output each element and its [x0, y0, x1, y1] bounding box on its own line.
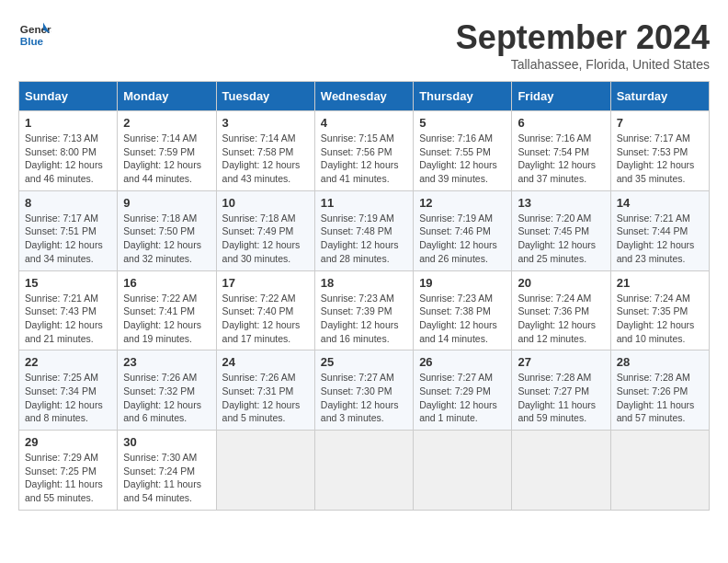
- cell-4-4: [414, 431, 512, 511]
- header-wednesday: Wednesday: [314, 82, 413, 111]
- header-sunday: Sunday: [19, 82, 118, 111]
- week-row-3: 15Sunrise: 7:21 AM Sunset: 7:43 PM Dayli…: [19, 270, 710, 350]
- week-row-1: 1Sunrise: 7:13 AM Sunset: 8:00 PM Daylig…: [19, 111, 710, 191]
- day-detail: Sunrise: 7:15 AM Sunset: 7:56 PM Dayligh…: [321, 132, 399, 184]
- cell-4-2: [216, 431, 314, 511]
- day-detail: Sunrise: 7:18 AM Sunset: 7:49 PM Dayligh…: [222, 213, 301, 264]
- day-detail: Sunrise: 7:28 AM Sunset: 7:27 PM Dayligh…: [518, 372, 596, 423]
- day-detail: Sunrise: 7:14 AM Sunset: 7:58 PM Dayligh…: [222, 132, 301, 184]
- day-detail: Sunrise: 7:24 AM Sunset: 7:35 PM Dayligh…: [617, 293, 695, 344]
- day-number: 14: [617, 196, 703, 210]
- day-detail: Sunrise: 7:27 AM Sunset: 7:30 PM Dayligh…: [321, 372, 399, 423]
- cell-4-6: [610, 431, 709, 511]
- cell-2-0: 15Sunrise: 7:21 AM Sunset: 7:43 PM Dayli…: [19, 270, 118, 350]
- day-number: 24: [222, 355, 309, 369]
- day-number: 3: [222, 116, 309, 130]
- cell-1-2: 10Sunrise: 7:18 AM Sunset: 7:49 PM Dayli…: [216, 190, 314, 270]
- header-tuesday: Tuesday: [216, 82, 314, 111]
- day-number: 11: [321, 196, 407, 210]
- day-number: 6: [518, 116, 604, 130]
- cell-3-4: 26Sunrise: 7:27 AM Sunset: 7:29 PM Dayli…: [414, 350, 512, 431]
- day-number: 15: [25, 276, 111, 290]
- cell-1-3: 11Sunrise: 7:19 AM Sunset: 7:48 PM Dayli…: [314, 190, 413, 270]
- day-number: 9: [123, 196, 210, 210]
- cell-3-5: 27Sunrise: 7:28 AM Sunset: 7:27 PM Dayli…: [512, 350, 610, 431]
- svg-text:Blue: Blue: [20, 35, 44, 47]
- cell-2-1: 16Sunrise: 7:22 AM Sunset: 7:41 PM Dayli…: [118, 270, 216, 350]
- header-saturday: Saturday: [610, 82, 709, 111]
- day-detail: Sunrise: 7:16 AM Sunset: 7:54 PM Dayligh…: [518, 132, 596, 184]
- day-number: 17: [222, 276, 309, 290]
- cell-1-4: 12Sunrise: 7:19 AM Sunset: 7:46 PM Dayli…: [414, 190, 512, 270]
- day-detail: Sunrise: 7:22 AM Sunset: 7:41 PM Dayligh…: [123, 293, 201, 344]
- cell-2-4: 19Sunrise: 7:23 AM Sunset: 7:38 PM Dayli…: [414, 270, 512, 350]
- cell-4-0: 29Sunrise: 7:29 AM Sunset: 7:25 PM Dayli…: [19, 431, 118, 511]
- day-detail: Sunrise: 7:26 AM Sunset: 7:32 PM Dayligh…: [123, 372, 201, 423]
- cell-0-5: 6Sunrise: 7:16 AM Sunset: 7:54 PM Daylig…: [512, 111, 610, 191]
- day-detail: Sunrise: 7:26 AM Sunset: 7:31 PM Dayligh…: [222, 372, 301, 423]
- cell-2-6: 21Sunrise: 7:24 AM Sunset: 7:35 PM Dayli…: [610, 270, 709, 350]
- location-title: Tallahassee, Florida, United States: [456, 57, 710, 72]
- title-section: September 2024 Tallahassee, Florida, Uni…: [456, 18, 710, 72]
- cell-2-5: 20Sunrise: 7:24 AM Sunset: 7:36 PM Dayli…: [512, 270, 610, 350]
- day-detail: Sunrise: 7:23 AM Sunset: 7:38 PM Dayligh…: [419, 293, 497, 344]
- day-number: 8: [25, 196, 111, 210]
- cell-4-1: 30Sunrise: 7:30 AM Sunset: 7:24 PM Dayli…: [118, 431, 216, 511]
- day-number: 19: [419, 276, 506, 290]
- day-detail: Sunrise: 7:13 AM Sunset: 8:00 PM Dayligh…: [25, 132, 103, 184]
- day-detail: Sunrise: 7:29 AM Sunset: 7:25 PM Dayligh…: [25, 452, 103, 503]
- day-number: 22: [25, 355, 111, 369]
- cell-3-6: 28Sunrise: 7:28 AM Sunset: 7:26 PM Dayli…: [610, 350, 709, 431]
- day-number: 27: [518, 355, 604, 369]
- day-number: 23: [123, 355, 210, 369]
- day-detail: Sunrise: 7:17 AM Sunset: 7:51 PM Dayligh…: [25, 213, 103, 264]
- cell-3-3: 25Sunrise: 7:27 AM Sunset: 7:30 PM Dayli…: [314, 350, 413, 431]
- cell-1-6: 14Sunrise: 7:21 AM Sunset: 7:44 PM Dayli…: [610, 190, 709, 270]
- month-title: September 2024: [456, 18, 710, 57]
- day-detail: Sunrise: 7:18 AM Sunset: 7:50 PM Dayligh…: [123, 213, 201, 264]
- day-detail: Sunrise: 7:24 AM Sunset: 7:36 PM Dayligh…: [518, 293, 596, 344]
- day-detail: Sunrise: 7:19 AM Sunset: 7:48 PM Dayligh…: [321, 213, 399, 264]
- cell-0-2: 3Sunrise: 7:14 AM Sunset: 7:58 PM Daylig…: [216, 111, 314, 191]
- day-number: 4: [321, 116, 407, 130]
- cell-4-5: [512, 431, 610, 511]
- day-number: 7: [617, 116, 703, 130]
- day-detail: Sunrise: 7:22 AM Sunset: 7:40 PM Dayligh…: [222, 293, 301, 344]
- day-number: 18: [321, 276, 407, 290]
- cell-3-2: 24Sunrise: 7:26 AM Sunset: 7:31 PM Dayli…: [216, 350, 314, 431]
- day-number: 16: [123, 276, 210, 290]
- cell-0-6: 7Sunrise: 7:17 AM Sunset: 7:53 PM Daylig…: [610, 111, 709, 191]
- week-row-4: 22Sunrise: 7:25 AM Sunset: 7:34 PM Dayli…: [19, 350, 710, 431]
- day-detail: Sunrise: 7:25 AM Sunset: 7:34 PM Dayligh…: [25, 372, 103, 423]
- day-detail: Sunrise: 7:21 AM Sunset: 7:44 PM Dayligh…: [617, 213, 695, 264]
- header: General Blue September 2024 Tallahassee,…: [18, 18, 710, 72]
- day-detail: Sunrise: 7:28 AM Sunset: 7:26 PM Dayligh…: [617, 372, 695, 423]
- cell-0-4: 5Sunrise: 7:16 AM Sunset: 7:55 PM Daylig…: [414, 111, 512, 191]
- day-number: 13: [518, 196, 604, 210]
- day-detail: Sunrise: 7:30 AM Sunset: 7:24 PM Dayligh…: [123, 452, 201, 503]
- day-number: 12: [419, 196, 506, 210]
- logo-icon: General Blue: [18, 18, 51, 52]
- day-detail: Sunrise: 7:14 AM Sunset: 7:59 PM Dayligh…: [123, 132, 201, 184]
- day-number: 21: [617, 276, 703, 290]
- cell-3-0: 22Sunrise: 7:25 AM Sunset: 7:34 PM Dayli…: [19, 350, 118, 431]
- day-detail: Sunrise: 7:23 AM Sunset: 7:39 PM Dayligh…: [321, 293, 399, 344]
- day-detail: Sunrise: 7:17 AM Sunset: 7:53 PM Dayligh…: [617, 132, 695, 184]
- day-detail: Sunrise: 7:20 AM Sunset: 7:45 PM Dayligh…: [518, 213, 596, 264]
- calendar-table: SundayMondayTuesdayWednesdayThursdayFrid…: [18, 81, 710, 511]
- day-number: 10: [222, 196, 309, 210]
- cell-0-3: 4Sunrise: 7:15 AM Sunset: 7:56 PM Daylig…: [314, 111, 413, 191]
- header-thursday: Thursday: [414, 82, 512, 111]
- day-detail: Sunrise: 7:27 AM Sunset: 7:29 PM Dayligh…: [419, 372, 497, 423]
- cell-0-1: 2Sunrise: 7:14 AM Sunset: 7:59 PM Daylig…: [118, 111, 216, 191]
- day-number: 25: [321, 355, 407, 369]
- day-number: 26: [419, 355, 506, 369]
- day-number: 2: [123, 116, 210, 130]
- cell-4-3: [314, 431, 413, 511]
- header-row: SundayMondayTuesdayWednesdayThursdayFrid…: [19, 82, 710, 111]
- cell-1-5: 13Sunrise: 7:20 AM Sunset: 7:45 PM Dayli…: [512, 190, 610, 270]
- day-number: 5: [419, 116, 506, 130]
- day-detail: Sunrise: 7:19 AM Sunset: 7:46 PM Dayligh…: [419, 213, 497, 264]
- day-detail: Sunrise: 7:21 AM Sunset: 7:43 PM Dayligh…: [25, 293, 103, 344]
- cell-3-1: 23Sunrise: 7:26 AM Sunset: 7:32 PM Dayli…: [118, 350, 216, 431]
